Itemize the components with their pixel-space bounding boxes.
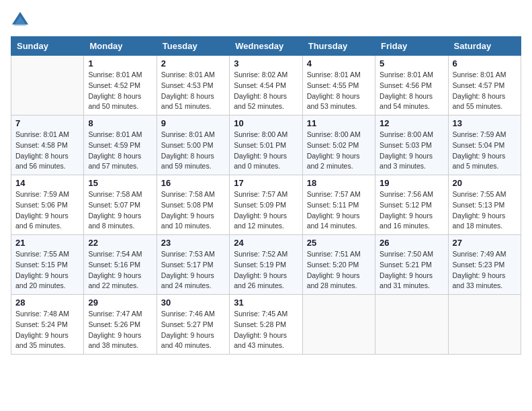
day-number: 31 — [234, 298, 298, 308]
calendar-week-row: 7Sunrise: 8:01 AM Sunset: 4:58 PM Daylig… — [11, 116, 521, 175]
day-number: 7 — [15, 118, 79, 128]
day-number: 24 — [234, 238, 298, 248]
calendar-cell: 6Sunrise: 8:01 AM Sunset: 4:57 PM Daylig… — [448, 56, 521, 116]
day-info: Sunrise: 7:50 AM Sunset: 5:21 PM Dayligh… — [380, 249, 443, 291]
day-info: Sunrise: 7:57 AM Sunset: 5:09 PM Dayligh… — [234, 189, 298, 232]
calendar-cell: 1Sunrise: 8:01 AM Sunset: 4:52 PM Daylig… — [84, 56, 157, 116]
day-info: Sunrise: 8:00 AM Sunset: 5:01 PM Dayligh… — [234, 130, 298, 172]
day-info: Sunrise: 8:01 AM Sunset: 5:00 PM Dayligh… — [161, 130, 225, 172]
day-number: 22 — [88, 238, 152, 248]
weekday-header-row: SundayMondayTuesdayWednesdayThursdayFrid… — [11, 37, 521, 56]
calendar-cell — [448, 295, 521, 355]
day-info: Sunrise: 8:02 AM Sunset: 4:54 PM Dayligh… — [234, 70, 298, 112]
calendar-cell: 14Sunrise: 7:59 AM Sunset: 5:06 PM Dayli… — [11, 175, 84, 235]
day-number: 9 — [161, 118, 225, 128]
calendar-header: SundayMondayTuesdayWednesdayThursdayFrid… — [11, 37, 521, 56]
day-info: Sunrise: 7:51 AM Sunset: 5:20 PM Dayligh… — [307, 249, 371, 291]
day-number: 8 — [88, 118, 152, 128]
calendar-cell: 26Sunrise: 7:50 AM Sunset: 5:21 PM Dayli… — [375, 235, 448, 295]
day-info: Sunrise: 7:48 AM Sunset: 5:24 PM Dayligh… — [15, 309, 79, 351]
day-info: Sunrise: 7:47 AM Sunset: 5:26 PM Dayligh… — [88, 309, 152, 351]
calendar-cell: 22Sunrise: 7:54 AM Sunset: 5:16 PM Dayli… — [84, 235, 157, 295]
day-number: 17 — [234, 178, 298, 188]
day-number: 4 — [307, 58, 371, 68]
day-info: Sunrise: 7:54 AM Sunset: 5:16 PM Dayligh… — [88, 249, 152, 291]
day-number: 19 — [380, 178, 443, 188]
weekday-header: Saturday — [448, 37, 521, 56]
calendar-cell: 20Sunrise: 7:55 AM Sunset: 5:13 PM Dayli… — [448, 175, 521, 235]
calendar-cell: 28Sunrise: 7:48 AM Sunset: 5:24 PM Dayli… — [11, 295, 84, 355]
weekday-header: Sunday — [11, 37, 84, 56]
day-info: Sunrise: 7:52 AM Sunset: 5:19 PM Dayligh… — [234, 249, 298, 291]
calendar-cell: 9Sunrise: 8:01 AM Sunset: 5:00 PM Daylig… — [157, 116, 229, 175]
weekday-header: Monday — [84, 37, 157, 56]
day-number: 30 — [161, 298, 225, 308]
day-number: 6 — [453, 58, 517, 68]
calendar-cell: 7Sunrise: 8:01 AM Sunset: 4:58 PM Daylig… — [11, 116, 84, 175]
calendar-cell — [375, 295, 448, 355]
day-number: 11 — [307, 118, 371, 128]
day-number: 13 — [453, 118, 517, 128]
calendar-cell — [302, 295, 375, 355]
day-info: Sunrise: 7:55 AM Sunset: 5:13 PM Dayligh… — [453, 189, 517, 232]
day-number: 1 — [88, 58, 152, 68]
calendar-cell: 27Sunrise: 7:49 AM Sunset: 5:23 PM Dayli… — [448, 235, 521, 295]
calendar-week-row: 28Sunrise: 7:48 AM Sunset: 5:24 PM Dayli… — [11, 295, 521, 355]
day-info: Sunrise: 7:46 AM Sunset: 5:27 PM Dayligh… — [161, 309, 225, 351]
calendar-cell: 15Sunrise: 7:58 AM Sunset: 5:07 PM Dayli… — [84, 175, 157, 235]
day-info: Sunrise: 8:01 AM Sunset: 4:58 PM Dayligh… — [15, 130, 79, 172]
day-number: 27 — [453, 238, 517, 248]
day-info: Sunrise: 8:00 AM Sunset: 5:03 PM Dayligh… — [380, 130, 443, 172]
calendar-cell — [11, 56, 84, 116]
day-number: 21 — [15, 238, 79, 248]
day-info: Sunrise: 7:53 AM Sunset: 5:17 PM Dayligh… — [161, 249, 225, 291]
day-info: Sunrise: 8:01 AM Sunset: 4:56 PM Dayligh… — [380, 70, 443, 112]
day-info: Sunrise: 7:59 AM Sunset: 5:04 PM Dayligh… — [453, 130, 517, 172]
calendar-body: 1Sunrise: 8:01 AM Sunset: 4:52 PM Daylig… — [11, 56, 521, 355]
day-number: 20 — [453, 178, 517, 188]
weekday-header: Friday — [375, 37, 448, 56]
day-info: Sunrise: 7:49 AM Sunset: 5:23 PM Dayligh… — [453, 249, 517, 291]
calendar-cell: 10Sunrise: 8:00 AM Sunset: 5:01 PM Dayli… — [230, 116, 302, 175]
day-number: 12 — [380, 118, 443, 128]
calendar-week-row: 14Sunrise: 7:59 AM Sunset: 5:06 PM Dayli… — [11, 175, 521, 235]
calendar-cell: 16Sunrise: 7:58 AM Sunset: 5:08 PM Dayli… — [157, 175, 229, 235]
day-number: 25 — [307, 238, 371, 248]
logo-icon — [11, 11, 30, 30]
day-number: 5 — [380, 58, 443, 68]
calendar-cell: 4Sunrise: 8:01 AM Sunset: 4:55 PM Daylig… — [302, 56, 375, 116]
calendar-cell: 21Sunrise: 7:55 AM Sunset: 5:15 PM Dayli… — [11, 235, 84, 295]
day-info: Sunrise: 7:55 AM Sunset: 5:15 PM Dayligh… — [15, 249, 79, 291]
calendar-cell: 3Sunrise: 8:02 AM Sunset: 4:54 PM Daylig… — [230, 56, 302, 116]
day-info: Sunrise: 8:01 AM Sunset: 4:57 PM Dayligh… — [453, 70, 517, 112]
calendar-cell: 23Sunrise: 7:53 AM Sunset: 5:17 PM Dayli… — [157, 235, 229, 295]
day-number: 26 — [380, 238, 443, 248]
day-info: Sunrise: 8:00 AM Sunset: 5:02 PM Dayligh… — [307, 130, 371, 172]
day-info: Sunrise: 7:45 AM Sunset: 5:28 PM Dayligh… — [234, 309, 298, 351]
day-number: 2 — [161, 58, 225, 68]
calendar-cell: 17Sunrise: 7:57 AM Sunset: 5:09 PM Dayli… — [230, 175, 302, 235]
day-number: 18 — [307, 178, 371, 188]
day-info: Sunrise: 8:01 AM Sunset: 4:52 PM Dayligh… — [88, 70, 152, 112]
day-info: Sunrise: 7:58 AM Sunset: 5:08 PM Dayligh… — [161, 189, 225, 232]
calendar-cell: 12Sunrise: 8:00 AM Sunset: 5:03 PM Dayli… — [375, 116, 448, 175]
calendar-cell: 30Sunrise: 7:46 AM Sunset: 5:27 PM Dayli… — [157, 295, 229, 355]
calendar-cell: 29Sunrise: 7:47 AM Sunset: 5:26 PM Dayli… — [84, 295, 157, 355]
day-number: 29 — [88, 298, 152, 308]
day-info: Sunrise: 7:57 AM Sunset: 5:11 PM Dayligh… — [307, 189, 371, 232]
day-info: Sunrise: 7:56 AM Sunset: 5:12 PM Dayligh… — [380, 189, 443, 232]
day-info: Sunrise: 7:58 AM Sunset: 5:07 PM Dayligh… — [88, 189, 152, 232]
day-number: 16 — [161, 178, 225, 188]
day-info: Sunrise: 8:01 AM Sunset: 4:55 PM Dayligh… — [307, 70, 371, 112]
day-number: 28 — [15, 298, 79, 308]
calendar-cell: 19Sunrise: 7:56 AM Sunset: 5:12 PM Dayli… — [375, 175, 448, 235]
calendar-cell: 25Sunrise: 7:51 AM Sunset: 5:20 PM Dayli… — [302, 235, 375, 295]
calendar-cell: 5Sunrise: 8:01 AM Sunset: 4:56 PM Daylig… — [375, 56, 448, 116]
calendar-table: SundayMondayTuesdayWednesdayThursdayFrid… — [11, 36, 521, 355]
calendar-cell: 18Sunrise: 7:57 AM Sunset: 5:11 PM Dayli… — [302, 175, 375, 235]
day-info: Sunrise: 8:01 AM Sunset: 4:53 PM Dayligh… — [161, 70, 225, 112]
weekday-header: Tuesday — [157, 37, 229, 56]
day-info: Sunrise: 7:59 AM Sunset: 5:06 PM Dayligh… — [15, 189, 79, 232]
weekday-header: Wednesday — [230, 37, 302, 56]
calendar-week-row: 1Sunrise: 8:01 AM Sunset: 4:52 PM Daylig… — [11, 56, 521, 116]
